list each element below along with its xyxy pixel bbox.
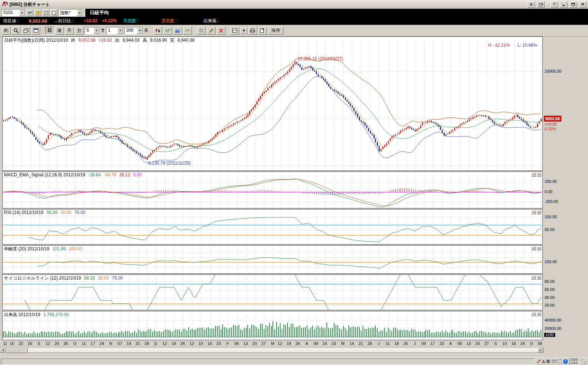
- volume-panel: 出来高 2012/10/19 1,759,270.00 ─ ×: [2, 311, 543, 340]
- high-value: 9,016.90: [150, 38, 167, 43]
- bar-count-combo[interactable]: 300 ▼: [124, 27, 143, 34]
- ime-toolbar[interactable]: A 般 ? CAPS KANA: [535, 358, 581, 365]
- unit-dropdown-button[interactable]: ▼: [117, 27, 123, 34]
- erase-drawing-button[interactable]: [217, 27, 225, 35]
- deviation-panel: 乖離度 (20) 2012/10/19 101.99 100.00 ─ ×: [2, 245, 543, 274]
- window-title: [5002] 分析チャート: [9, 1, 50, 8]
- grid-toggle-button[interactable]: [197, 27, 206, 35]
- quote-bar: 現在値 : 9,002.68 →前日比 : +19.82 +0.22% 売気配 …: [0, 17, 588, 25]
- layout-button[interactable]: [231, 27, 239, 35]
- bars-unit-label: 本: [144, 27, 148, 34]
- panel-minimize-button[interactable]: ─: [531, 173, 536, 177]
- line-chart-type-button[interactable]: [163, 27, 172, 35]
- symbol-toolbar: 0101 ▼ 指数* ▼ 日経平均: [0, 9, 588, 17]
- panel-minimize-button[interactable]: ─: [531, 312, 536, 316]
- indicator-settings-button[interactable]: [183, 27, 192, 35]
- price-chart-header: 日経平均(指数)(日間) 2012/10/19 終 9,002.68 +19.8…: [4, 37, 196, 43]
- panel-minimize-button[interactable]: ─: [531, 210, 536, 214]
- interval-combo[interactable]: 5 ▼: [85, 27, 100, 34]
- period-daily-button[interactable]: 日: [45, 27, 54, 35]
- low-percent-stat: L: 10.66%: [518, 43, 537, 48]
- axis-label: 10000.00: [545, 69, 561, 73]
- favorites-button[interactable]: [34, 9, 41, 16]
- period-minute-button[interactable]: 分: [75, 27, 84, 35]
- axis-label: 100.00: [545, 215, 557, 219]
- volume-chart[interactable]: [3, 311, 542, 340]
- psychological-header: サイコロジカルライン (12) 2012/10/19 58.33 25.00 7…: [4, 275, 125, 281]
- memo-button[interactable]: [42, 9, 49, 16]
- ime-mode[interactable]: A: [542, 360, 545, 364]
- psychological-value: 58.33: [84, 276, 95, 281]
- high-label: 高: [143, 38, 147, 43]
- symbol-name: 日経平均: [90, 9, 109, 16]
- font-size-button[interactable]: A: [527, 1, 535, 8]
- panel-close-button[interactable]: ×: [537, 210, 541, 214]
- recall-button[interactable]: [26, 9, 33, 16]
- close-value: 9,002.68: [78, 38, 96, 43]
- current-price: 9,002.68: [29, 18, 47, 24]
- psychological-upper-value: 75.00: [112, 276, 123, 281]
- export-button[interactable]: [258, 27, 267, 35]
- copy-chart-button[interactable]: [22, 27, 30, 35]
- resize-grip[interactable]: [582, 359, 587, 364]
- panel-close-button[interactable]: ×: [537, 246, 541, 250]
- unit-combo[interactable]: 1 ▼: [106, 27, 123, 34]
- rsi-title: RSI (14) 2012/10/19: [4, 210, 43, 215]
- rsi-value: 56.39: [46, 210, 57, 215]
- axis-label: 40.00: [545, 295, 555, 300]
- panel-close-button[interactable]: ×: [537, 312, 541, 316]
- ime-kind[interactable]: 般: [546, 359, 550, 364]
- interval-dropdown-button[interactable]: ▼: [94, 27, 99, 34]
- axis-label: 50.00: [545, 227, 555, 232]
- volume-value: 1,759,270.00: [43, 312, 69, 317]
- save-button[interactable]: 保存: [268, 27, 283, 35]
- ime-help-icon[interactable]: ?: [563, 359, 568, 364]
- panel-minimize-button[interactable]: ─: [531, 276, 536, 280]
- execution-button[interactable]: 約: [2, 27, 11, 35]
- bar-chart-type-button[interactable]: [173, 27, 182, 35]
- symbol-code-combo[interactable]: 0101 ▼: [1, 9, 25, 16]
- prev-diff-label: →前日比 :: [54, 18, 74, 24]
- volume-label: 出来高 :: [203, 18, 219, 24]
- scrollbar-thumb[interactable]: [6, 347, 28, 353]
- period-monthly-button[interactable]: 月: [65, 27, 74, 35]
- symbol-code-input[interactable]: 0101: [2, 9, 19, 16]
- symbol-code-dropdown-button[interactable]: ▼: [19, 9, 25, 16]
- index-select-dropdown-button[interactable]: ▼: [77, 9, 82, 16]
- scroll-left-button[interactable]: ◄: [0, 347, 6, 352]
- panel-minimize-button[interactable]: ─: [531, 246, 536, 250]
- macd-panel: MACD_EMA_Signal (12,26,9) 2012/10/19 -28…: [2, 172, 543, 208]
- price-chart[interactable]: [3, 37, 542, 170]
- ime-dictionary-icon[interactable]: [558, 359, 562, 364]
- zoom-button[interactable]: [12, 27, 20, 35]
- ime-tools-icon[interactable]: [552, 359, 556, 364]
- draw-line-button[interactable]: [207, 27, 216, 35]
- panel-close-button[interactable]: ×: [537, 173, 541, 177]
- panel-close-button[interactable]: ×: [537, 276, 541, 280]
- chart-toolbar: 約 日 週 月 分 5 ▼ T 1 ▼ 300 ▼ 本: [0, 25, 588, 36]
- horizontal-scrollbar[interactable]: ◄ ►: [0, 347, 543, 353]
- index-select-combo[interactable]: 指数* ▼: [58, 9, 83, 16]
- register-button[interactable]: [50, 9, 57, 16]
- macd-value: -28.64: [88, 172, 101, 177]
- layout-dropdown-button[interactable]: ▼: [240, 27, 247, 34]
- volume-title: 出来高 2012/10/19: [4, 312, 40, 317]
- axis-label: +19.82: [545, 122, 557, 126]
- symbol-banner: 日経平均: [85, 9, 588, 17]
- candlestick-type-button[interactable]: [154, 27, 162, 35]
- high-low-stats: H: -12.21% L: 10.66%: [481, 43, 537, 48]
- print-button[interactable]: [248, 27, 257, 35]
- title-bar: [5002] 分析チャート A ?: [0, 0, 588, 9]
- deviation-value: 101.99: [52, 246, 66, 251]
- bar-count-dropdown-button[interactable]: ▼: [137, 27, 143, 34]
- deviation-header: 乖離度 (20) 2012/10/19 101.99 100.00: [4, 246, 84, 252]
- scroll-right-button[interactable]: ►: [538, 347, 543, 352]
- period-weekly-button[interactable]: 週: [55, 27, 64, 35]
- new-window-button[interactable]: [31, 27, 40, 35]
- axis-label: -200.00: [545, 199, 558, 204]
- scrollbar-track[interactable]: [28, 347, 538, 352]
- ime-pen-icon: [537, 359, 541, 364]
- caps-kana-indicator: CAPS KANA: [569, 358, 579, 365]
- deviation-baseline-value: 100.00: [69, 246, 82, 251]
- price-change: +19.82: [84, 18, 97, 23]
